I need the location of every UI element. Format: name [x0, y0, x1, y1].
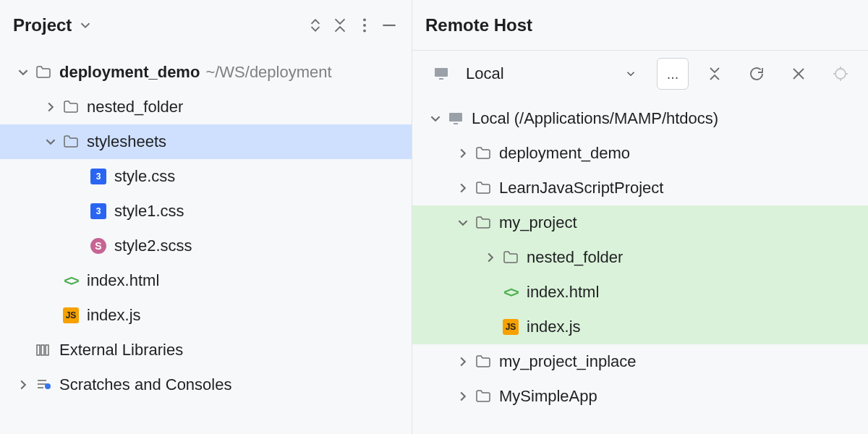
css-file-icon: 3	[88, 201, 109, 221]
tree-node-remote-mysimpleapp[interactable]: MySimpleApp	[412, 379, 868, 414]
tree-node-remote-learnjs[interactable]: LearnJavaScriptProject	[412, 171, 868, 205]
svg-rect-5	[41, 345, 44, 355]
svg-point-15	[835, 69, 846, 79]
chevron-right-icon[interactable]	[480, 247, 501, 268]
tree-node-label: nested_folder	[527, 248, 623, 267]
server-name: Local	[466, 64, 504, 83]
chevron-right-icon[interactable]	[13, 375, 33, 395]
html-file-icon: <>	[61, 271, 81, 291]
tree-node-remote-mp-index-js[interactable]: JS index.js	[412, 310, 868, 344]
chevron-right-icon[interactable]	[453, 352, 473, 372]
tree-node-label: Local (/Applications/MAMP/htdocs)	[472, 109, 718, 128]
chevron-right-icon[interactable]	[41, 97, 61, 117]
remote-host-tool-window: Remote Host Local ...	[412, 0, 868, 434]
server-icon	[431, 64, 451, 84]
tree-node-label: style1.css	[114, 202, 184, 221]
tree-node-label: style.css	[114, 167, 175, 186]
tree-node-external-libraries[interactable]: External Libraries	[0, 333, 412, 367]
tree-node-remote-mp-nested-folder[interactable]: nested_folder	[412, 240, 868, 275]
tree-node-remote-my-project[interactable]: my_project	[412, 205, 868, 240]
folder-icon	[61, 97, 81, 117]
chevron-down-icon[interactable]	[425, 109, 446, 129]
tree-node-remote-root[interactable]: Local (/Applications/MAMP/htdocs)	[412, 101, 868, 136]
remote-host-tree[interactable]: Local (/Applications/MAMP/htdocs) deploy…	[412, 97, 868, 414]
tree-node-label: my_project	[499, 213, 577, 232]
chevron-down-icon[interactable]	[13, 62, 33, 82]
tree-node-index-js[interactable]: JS index.js	[0, 298, 412, 333]
collapse-all-icon[interactable]	[699, 58, 731, 90]
chevron-right-icon[interactable]	[453, 386, 473, 407]
svg-rect-4	[37, 345, 40, 355]
tree-node-label: index.js	[527, 318, 581, 336]
tree-node-label: MySimpleApp	[499, 387, 597, 406]
chevron-down-icon[interactable]	[41, 132, 61, 152]
scratches-icon	[33, 375, 54, 395]
server-icon	[446, 109, 466, 129]
tree-node-label: LearnJavaScriptProject	[499, 179, 663, 197]
tree-node-nested-folder[interactable]: nested_folder	[0, 90, 412, 124]
project-panel-title: Project	[13, 15, 72, 35]
tree-node-scratches[interactable]: Scratches and Consoles	[0, 367, 412, 402]
hide-panel-icon[interactable]	[380, 16, 399, 35]
remote-host-panel-title: Remote Host	[425, 15, 532, 35]
tree-node-label: Scratches and Consoles	[59, 375, 231, 394]
tree-node-remote-my-project-inplace[interactable]: my_project_inplace	[412, 344, 868, 379]
tree-node-label: index.js	[87, 306, 141, 325]
tree-node-label: index.html	[87, 271, 159, 290]
tree-node-style-css[interactable]: 3 style.css	[0, 159, 412, 194]
server-select-dropdown[interactable]: Local	[424, 58, 511, 90]
svg-point-1	[363, 24, 366, 27]
svg-rect-6	[46, 345, 48, 355]
chevron-right-icon[interactable]	[453, 178, 473, 198]
remote-host-panel-header: Remote Host	[412, 0, 868, 51]
tree-node-style1-css[interactable]: 3 style1.css	[0, 194, 412, 229]
tree-node-index-html[interactable]: <> index.html	[0, 263, 412, 298]
project-panel-header: Project	[0, 0, 412, 51]
svg-point-10	[45, 383, 51, 389]
sass-file-icon: S	[88, 236, 109, 256]
tree-node-stylesheets[interactable]: stylesheets	[0, 124, 412, 159]
folder-icon	[501, 247, 521, 268]
folder-icon	[473, 213, 493, 233]
svg-rect-11	[435, 68, 448, 77]
locate-icon[interactable]	[825, 58, 856, 90]
project-tool-window: Project deployment_demo ~/WS/deployment	[0, 0, 412, 434]
more-actions-button[interactable]: ...	[657, 58, 689, 90]
collapse-all-icon[interactable]	[331, 16, 349, 35]
remote-host-toolbar: Local ...	[412, 51, 868, 97]
tree-node-hint: ~/WS/deployment	[205, 63, 331, 82]
libraries-icon	[33, 340, 54, 360]
options-menu-icon[interactable]	[355, 16, 374, 35]
folder-icon	[473, 386, 493, 407]
disconnect-icon[interactable]	[783, 58, 814, 90]
html-file-icon: <>	[501, 282, 521, 302]
tree-node-remote-deployment-demo[interactable]: deployment_demo	[412, 136, 868, 171]
svg-rect-21	[454, 123, 458, 124]
tree-node-label: nested_folder	[87, 98, 183, 116]
tree-node-project-root[interactable]: deployment_demo ~/WS/deployment	[0, 55, 412, 90]
js-file-icon: JS	[61, 305, 81, 326]
chevron-right-icon[interactable]	[453, 143, 473, 163]
tree-node-label: deployment_demo	[59, 63, 200, 82]
chevron-down-icon[interactable]	[453, 213, 473, 233]
tree-node-label: deployment_demo	[499, 144, 630, 163]
tree-node-label: stylesheets	[87, 132, 166, 151]
tree-node-label: style2.scss	[114, 237, 192, 255]
server-dropdown-chevron[interactable]	[615, 58, 647, 90]
folder-icon	[473, 178, 493, 198]
view-mode-dropdown-icon[interactable]	[76, 16, 95, 35]
svg-rect-20	[449, 113, 462, 122]
tree-node-remote-mp-index-html[interactable]: <> index.html	[412, 275, 868, 310]
svg-point-0	[363, 18, 366, 21]
tree-node-style2-scss[interactable]: S style2.scss	[0, 229, 412, 263]
folder-icon	[33, 62, 54, 82]
css-file-icon: 3	[88, 166, 109, 187]
tree-node-label: External Libraries	[59, 341, 183, 359]
refresh-icon[interactable]	[741, 58, 773, 90]
tree-node-label: index.html	[527, 283, 599, 302]
js-file-icon: JS	[501, 317, 521, 337]
svg-point-2	[363, 30, 366, 33]
project-tree[interactable]: deployment_demo ~/WS/deployment nested_f…	[0, 51, 412, 402]
svg-rect-12	[439, 78, 443, 80]
select-opened-file-icon[interactable]	[306, 16, 325, 35]
